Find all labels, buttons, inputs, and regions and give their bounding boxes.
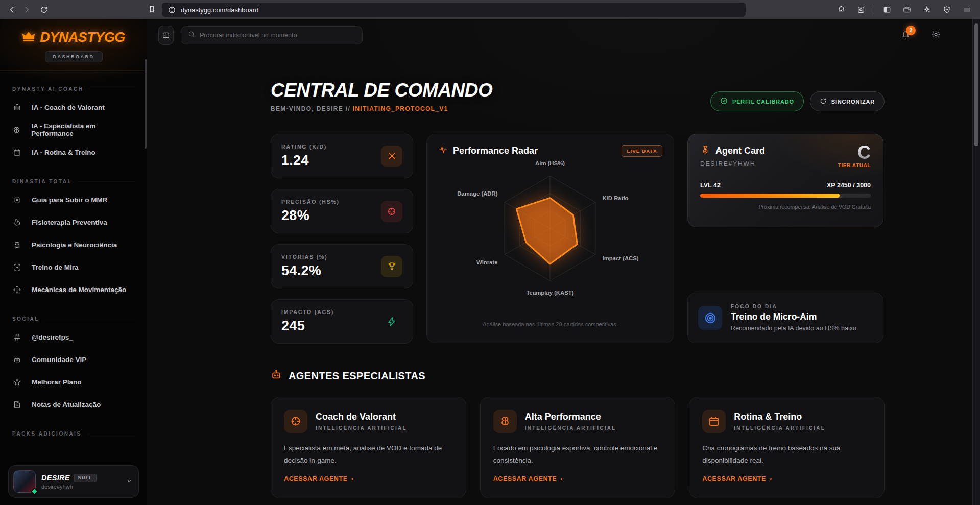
extensions-icon[interactable] (834, 3, 848, 17)
target-icon (698, 306, 722, 330)
chevron-right-icon: › (770, 475, 772, 483)
sidebar-nav: DYNASTY AI COACH IA - Coach de Valorant … (0, 86, 147, 437)
move-icon (12, 285, 21, 294)
search-bar[interactable] (181, 26, 363, 44)
bot-icon (271, 369, 282, 382)
agent-tile-alta-performance: Alta Performance INTELIGÊNCIA ARTIFICIAL… (480, 397, 676, 498)
calendar-icon (702, 410, 726, 433)
svg-text:Teamplay (KAST): Teamplay (KAST) (527, 290, 574, 296)
sidebar-scrollbar[interactable] (145, 59, 147, 149)
brain-icon (12, 126, 21, 134)
crosshair-icon (381, 201, 402, 222)
agent-card: Agent Card DESIRE#YHWH C TIER ATUAL LVL … (687, 134, 883, 227)
sidebar-item-label: @desirefps_ (32, 333, 73, 341)
sidebar-item-label: IA - Coach de Valorant (32, 104, 105, 111)
stat-label: VITÓRIAS (%) (281, 254, 327, 260)
sidebar-item-fisioterapia[interactable]: Fisioterapia Preventiva (12, 211, 135, 233)
settings-gear-button[interactable] (931, 30, 941, 41)
shield-icon[interactable] (940, 3, 954, 17)
stat-label: PRECISÃO (HS%) (281, 199, 340, 205)
bot-icon (12, 103, 21, 112)
access-agent-link[interactable]: ACESSAR AGENTE › (284, 475, 453, 483)
activity-pulse-icon (438, 145, 448, 157)
sync-button[interactable]: SINCRONIZAR (810, 91, 885, 111)
brain-icon (493, 410, 517, 433)
bot-icon (12, 355, 21, 364)
main-topbar: 2 (147, 19, 972, 51)
player-tag: DESIRE#YHWH (700, 160, 765, 167)
browser-toolbar: dynastygg.com/dashboard (0, 0, 980, 19)
hash-icon (12, 333, 21, 342)
scrollbar-thumb[interactable] (974, 23, 978, 146)
agent-tile-coach-valorant: Coach de Valorant INTELIGÊNCIA ARTIFICIA… (271, 397, 466, 498)
sidebar-item-comunidade-vip[interactable]: Comunidade VIP (12, 348, 135, 371)
sidebar-item-ia-rotina-treino[interactable]: IA - Rotina & Treino (12, 141, 135, 163)
tier-label: TIER ATUAL (838, 163, 871, 169)
online-status-indicator (31, 488, 39, 496)
next-reward-note: Próxima recompensa: Análise de VOD Gratu… (700, 204, 871, 210)
svg-text:K/D Ratio: K/D Ratio (603, 195, 629, 201)
stat-card-wins: VITÓRIAS (%) 54.2% (271, 244, 413, 288)
radar-chart: Aim (HS%)K/D RatioImpact (ACS)Teamplay (… (438, 158, 662, 311)
nav-section-label: DYNASTY AI COACH (12, 86, 135, 92)
url-bar[interactable]: dynastygg.com/dashboard (162, 3, 746, 17)
xp-progress-fill (700, 194, 840, 198)
menu-icon[interactable] (960, 3, 974, 17)
back-icon[interactable] (5, 3, 19, 17)
reload-icon[interactable] (37, 3, 51, 17)
check-circle-icon (720, 97, 728, 106)
focus-title: Treino de Micro-Aim (731, 311, 858, 322)
sidebar-item-ia-especialista-performance[interactable]: IA - Especialista em Performance (12, 118, 135, 141)
sidebar-item-label: Comunidade VIP (32, 356, 86, 364)
page-title: CENTRAL DE COMANDO (271, 80, 492, 101)
sidebar-item-psicologia[interactable]: Psicologia e Neurociência (12, 233, 135, 256)
star-icon (12, 378, 21, 387)
notifications-button[interactable]: 2 (901, 30, 911, 41)
sidebar-item-guia-mmr[interactable]: Guia para Subir o MMR (12, 188, 135, 211)
access-agent-link[interactable]: ACESSAR AGENTE › (702, 475, 871, 483)
radar-caption: Análise baseada nas últimas 20 partidas … (427, 321, 674, 327)
crown-logo-icon (22, 31, 35, 44)
sidebar-item-label: Mecânicas de Movimentação (32, 286, 126, 294)
live-data-badge: LIVE DATA (622, 145, 662, 157)
main-area: 2 CENTRAL DE COMANDO BEM-VINDO, DESIRE /… (147, 19, 972, 505)
stat-value: 245 (281, 318, 334, 334)
wallet-icon[interactable] (900, 3, 914, 17)
access-agent-link[interactable]: ACESSAR AGENTE › (493, 475, 662, 483)
bookmark-icon[interactable] (148, 4, 156, 14)
sidebar-item-notas-atualizacao[interactable]: Notas de Atualização (12, 393, 135, 416)
collapse-sidebar-button[interactable] (158, 26, 174, 45)
window-scrollbar[interactable] (972, 19, 980, 505)
xp-label: XP 2450 / 3000 (827, 182, 871, 189)
welcome-subtitle: BEM-VINDO, DESIRE // INITIATING_PROTOCOL… (271, 105, 492, 112)
chevron-down-icon[interactable] (126, 478, 132, 486)
container-search-icon[interactable] (854, 3, 868, 17)
sidebar-item-melhorar-plano[interactable]: Melhorar Plano (12, 371, 135, 393)
profile-calibrated-button[interactable]: PERFIL CALIBRADO (710, 91, 804, 111)
bolt-icon (381, 311, 402, 332)
search-input[interactable] (200, 32, 355, 39)
xp-progress-bar (700, 194, 871, 198)
sidebar-item-desirefps[interactable]: @desirefps_ (12, 326, 135, 348)
ai-sparkle-icon[interactable] (920, 3, 934, 17)
sidebar-panel-icon[interactable] (880, 3, 894, 17)
forward-icon[interactable] (19, 3, 34, 17)
stat-label: IMPACTO (ACS) (281, 309, 334, 315)
globe-icon (168, 6, 176, 14)
sidebar-item-treino-mira[interactable]: Treino de Mira (12, 256, 135, 278)
sidebar-item-ia-coach-valorant[interactable]: IA - Coach de Valorant (12, 96, 135, 118)
nav-section-label: DINASTIA TOTAL (12, 179, 135, 184)
user-profile-card[interactable]: DESIRE NULL desire#yhwh (8, 465, 139, 498)
svg-text:Damage (ADR): Damage (ADR) (457, 190, 498, 197)
agent-tile-title: Coach de Valorant (316, 412, 407, 422)
stat-label: RATING (K/D) (281, 143, 327, 150)
trophy-icon (381, 256, 402, 277)
sidebar-item-label: IA - Especialista em Performance (31, 122, 135, 137)
app-logo[interactable]: DYNASTYGG (40, 30, 125, 45)
sidebar: DYNASTYGG DASHBOARD DYNASTY AI COACH IA … (0, 19, 147, 505)
nav-section-label: PACKS ADICIONAIS (12, 431, 135, 437)
bicep-icon (12, 218, 21, 227)
swords-icon (381, 146, 402, 167)
sidebar-item-mecanicas-movimentacao[interactable]: Mecânicas de Movimentação (12, 278, 135, 301)
file-plus-icon (12, 400, 21, 409)
